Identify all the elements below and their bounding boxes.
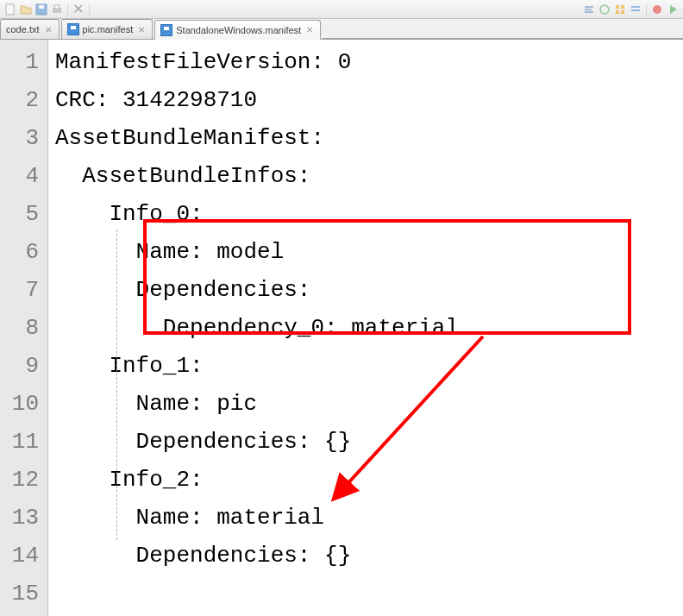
line-number: 7 <box>0 271 47 309</box>
svg-rect-2 <box>39 5 44 9</box>
line-number: 13 <box>0 499 47 537</box>
code-line: Dependencies: {} <box>55 537 683 575</box>
print-icon[interactable] <box>50 3 64 16</box>
tab-code-txt[interactable]: code.txt ✕ <box>0 19 60 39</box>
code-line: Name: material <box>55 499 683 537</box>
code-line: AssetBundleManifest: <box>55 119 683 157</box>
svg-rect-0 <box>6 4 14 15</box>
code-area[interactable]: ManifestFileVersion: 0CRC: 3142298710Ass… <box>48 40 683 616</box>
svg-point-12 <box>653 5 661 14</box>
line-number: 1 <box>0 43 47 81</box>
play-icon[interactable] <box>666 3 680 16</box>
line-number: 14 <box>0 537 47 575</box>
tab-label: StandaloneWindows.manifest <box>176 25 301 35</box>
line-number: 6 <box>0 233 47 271</box>
open-icon[interactable] <box>19 3 33 16</box>
line-number: 2 <box>0 81 47 119</box>
code-line: Name: model <box>55 233 683 271</box>
svg-rect-6 <box>616 5 619 9</box>
wrap-icon[interactable] <box>582 3 596 16</box>
code-line: Name: pic <box>55 385 683 423</box>
tabbar: code.txt ✕ pic.manifest ✕ StandaloneWind… <box>0 19 683 40</box>
line-number: 11 <box>0 423 47 461</box>
code-line: ManifestFileVersion: 0 <box>55 43 683 81</box>
close-icon[interactable]: ✕ <box>304 25 315 35</box>
svg-rect-8 <box>616 10 619 14</box>
line-number: 3 <box>0 119 47 157</box>
code-line: Dependencies: <box>55 271 683 309</box>
line-number: 9 <box>0 347 47 385</box>
code-line: Info_2: <box>55 461 683 499</box>
save-icon <box>160 24 172 36</box>
grid-icon[interactable] <box>613 3 627 16</box>
code-line: Dependency_0: material <box>55 309 683 347</box>
close-icon[interactable]: ✕ <box>136 24 147 35</box>
tab-pic-manifest[interactable]: pic.manifest ✕ <box>61 19 154 39</box>
svg-point-5 <box>600 5 609 14</box>
close-icon[interactable]: ✕ <box>43 24 53 35</box>
code-line: AssetBundleInfos: <box>55 157 683 195</box>
line-number: 12 <box>0 461 47 499</box>
line-number: 8 <box>0 309 47 347</box>
svg-rect-11 <box>631 9 640 11</box>
sync-icon[interactable] <box>598 3 611 16</box>
cut-icon[interactable] <box>72 3 85 16</box>
gutter: 123456789101112131415 <box>0 40 48 616</box>
svg-rect-4 <box>54 5 60 9</box>
tabbar-filler <box>323 38 683 39</box>
new-icon[interactable] <box>3 3 17 16</box>
code-line: CRC: 3142298710 <box>55 81 683 119</box>
save-icon[interactable] <box>34 3 48 16</box>
svg-rect-10 <box>631 6 640 8</box>
svg-rect-9 <box>621 10 624 14</box>
line-number: 5 <box>0 195 47 233</box>
toolbar-right-icons <box>582 3 680 16</box>
tab-label: code.txt <box>6 24 40 35</box>
toolbar <box>0 0 683 19</box>
code-line: Info_0: <box>55 195 683 233</box>
code-line: Info_1: <box>55 347 683 385</box>
save-icon <box>67 23 79 35</box>
svg-rect-7 <box>621 5 624 9</box>
toolbar-icons <box>3 3 91 16</box>
tab-label: pic.manifest <box>83 24 134 35</box>
record-icon[interactable] <box>650 3 664 16</box>
line-number: 10 <box>0 385 47 423</box>
tab-standalonewindows-manifest[interactable]: StandaloneWindows.manifest ✕ <box>154 20 321 40</box>
line-number: 4 <box>0 157 47 195</box>
line-number: 15 <box>0 575 47 613</box>
list-icon[interactable] <box>629 3 642 16</box>
editor: 123456789101112131415 ManifestFileVersio… <box>0 40 683 616</box>
code-line: Dependencies: {} <box>55 423 683 461</box>
